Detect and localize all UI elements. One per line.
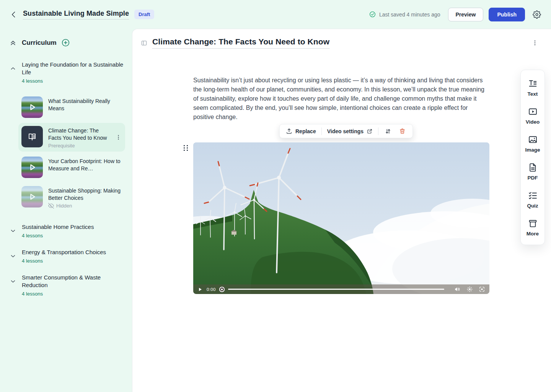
video-current-time: 0:00 xyxy=(207,287,216,292)
section-title[interactable]: Laying the Foundation for a Sustainable … xyxy=(22,61,127,76)
lesson-item-video[interactable]: Your Carbon Footprint: How to Measure an… xyxy=(18,154,125,181)
text-icon xyxy=(528,79,538,88)
curriculum-section: Energy & Transportation Choices 4 lesson… xyxy=(9,248,127,264)
lesson-title: Climate Change: The Facts You Need to Kn… xyxy=(48,127,109,142)
lesson-page-title[interactable]: Climate Change: The Facts You Need to Kn… xyxy=(152,37,329,49)
collapse-section-button[interactable] xyxy=(9,61,17,76)
lesson-menu-button[interactable] xyxy=(115,134,122,141)
lesson-video-thumbnail xyxy=(21,96,43,118)
lesson-header: Climate Change: The Facts You Need to Kn… xyxy=(132,29,551,57)
expand-section-button[interactable] xyxy=(9,274,17,289)
publish-button[interactable]: Publish xyxy=(489,8,525,21)
palette-item-label: More xyxy=(527,231,539,237)
fullscreen-icon xyxy=(479,286,485,292)
insert-pdf-button[interactable]: PDF xyxy=(521,158,544,186)
insert-more-button[interactable]: More xyxy=(521,214,544,242)
back-button[interactable] xyxy=(8,9,19,20)
more-blocks-icon xyxy=(528,219,538,228)
insert-quiz-button[interactable]: Quiz xyxy=(521,186,544,214)
up-down-arrows-icon xyxy=(385,128,391,135)
image-icon xyxy=(528,135,538,144)
double-chevron-up-icon xyxy=(9,39,17,47)
palette-item-label: Text xyxy=(528,91,538,97)
replace-label: Replace xyxy=(295,128,316,134)
kebab-menu-icon xyxy=(532,40,538,46)
replace-video-button[interactable]: Replace xyxy=(285,126,317,136)
drag-handle[interactable] xyxy=(183,144,188,152)
insert-video-button[interactable]: Video xyxy=(521,102,544,130)
play-icon xyxy=(21,157,43,178)
add-curriculum-button[interactable] xyxy=(61,38,70,47)
fullscreen-button[interactable] xyxy=(478,286,486,293)
section-lesson-count: 4 lessons xyxy=(22,291,127,297)
toolbar-divider xyxy=(321,127,322,135)
lesson-body-text[interactable]: Sustainability isn’t just about recyclin… xyxy=(193,76,486,122)
video-block-toolbar: Replace Video settings xyxy=(279,124,413,138)
player-settings-button[interactable] xyxy=(466,286,473,293)
eye-off-icon xyxy=(48,203,54,209)
video-poster-windfarm xyxy=(193,142,489,294)
insert-image-button[interactable]: Image xyxy=(521,130,544,158)
lesson-options-button[interactable] xyxy=(530,38,540,47)
lesson-editor-panel: Climate Change: The Facts You Need to Kn… xyxy=(132,29,551,392)
video-icon xyxy=(528,107,538,116)
play-button[interactable] xyxy=(197,286,203,292)
lesson-title: What Sustainability Really Means xyxy=(48,98,122,112)
chevron-left-icon xyxy=(10,11,18,18)
save-status: Last saved 4 minutes ago xyxy=(369,11,440,18)
section-title[interactable]: Smarter Consumption & Waste Reduction xyxy=(22,274,127,289)
expand-section-button[interactable] xyxy=(9,223,17,238)
video-settings-button[interactable]: Video settings xyxy=(326,127,373,136)
curriculum-header: Curriculum xyxy=(9,38,127,47)
quiz-icon xyxy=(528,191,538,200)
collapse-all-button[interactable] xyxy=(9,39,17,47)
insert-block-palette: Text Video Image PDF Quiz xyxy=(520,70,545,245)
upload-icon xyxy=(286,128,292,134)
lesson-item-hidden[interactable]: Sustainable Shopping: Making Better Choi… xyxy=(18,183,125,212)
sun-settings-icon xyxy=(466,286,473,292)
lesson-item-video[interactable]: What Sustainability Really Means xyxy=(18,93,125,121)
settings-button[interactable] xyxy=(531,9,543,20)
lesson-hidden-label: Hidden xyxy=(56,203,72,209)
expand-section-button[interactable] xyxy=(9,248,17,264)
video-block: 0:00 xyxy=(193,142,489,294)
toggle-sidebar-button[interactable] xyxy=(139,38,149,48)
lesson-video-thumbnail xyxy=(21,186,43,207)
course-title[interactable]: Sustainable Living Made Simple xyxy=(23,10,129,20)
app-header: Sustainable Living Made Simple Draft Las… xyxy=(0,0,551,29)
volume-button[interactable] xyxy=(454,286,461,293)
plus-circle-icon xyxy=(61,38,70,47)
reading-lesson-tile xyxy=(21,126,43,147)
lesson-hidden-badge: Hidden xyxy=(48,203,122,209)
check-circle-icon xyxy=(369,11,376,18)
save-status-text: Last saved 4 minutes ago xyxy=(379,11,440,18)
lesson-title: Sustainable Shopping: Making Better Choi… xyxy=(48,187,122,202)
chevron-down-icon xyxy=(10,227,16,234)
seek-track[interactable] xyxy=(228,289,444,290)
video-player[interactable]: 0:00 xyxy=(193,142,489,294)
pdf-icon xyxy=(528,163,538,172)
palette-item-label: Quiz xyxy=(527,203,538,209)
preview-button[interactable]: Preview xyxy=(448,8,484,21)
play-icon xyxy=(21,96,43,118)
lesson-video-thumbnail xyxy=(21,157,43,178)
lesson-title: Your Carbon Footprint: How to Measure an… xyxy=(48,158,122,172)
palette-item-label: Image xyxy=(525,147,540,153)
external-link-icon xyxy=(367,128,373,134)
panel-toggle-icon xyxy=(141,40,147,46)
move-block-button[interactable] xyxy=(383,126,393,136)
section-title[interactable]: Sustainable Home Practices xyxy=(22,223,127,231)
curriculum-section: Sustainable Home Practices 4 lessons xyxy=(9,223,127,238)
delete-block-button[interactable] xyxy=(398,126,407,136)
play-icon xyxy=(21,186,43,207)
seek-knob[interactable] xyxy=(219,287,225,292)
insert-text-button[interactable]: Text xyxy=(521,74,544,102)
lesson-item-selected[interactable]: Climate Change: The Facts You Need to Kn… xyxy=(18,123,125,152)
palette-item-label: Video xyxy=(526,119,540,125)
palette-item-label: PDF xyxy=(528,175,538,181)
section-lesson-count: 4 lessons xyxy=(22,258,127,264)
book-open-icon xyxy=(27,132,37,142)
lesson-prerequisite-badge: Prerequisite xyxy=(48,143,109,149)
chevron-down-icon xyxy=(10,253,16,260)
section-title[interactable]: Energy & Transportation Choices xyxy=(22,248,127,256)
